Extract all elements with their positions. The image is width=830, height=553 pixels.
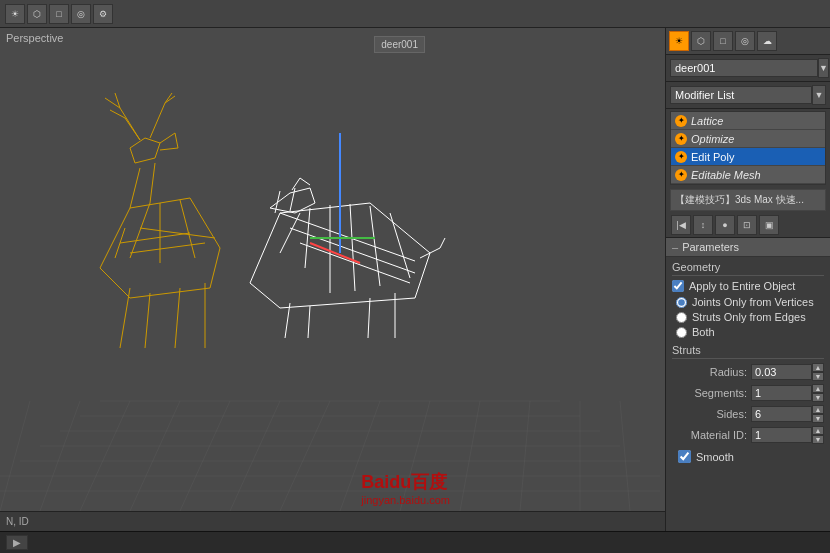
modifier-editable-mesh[interactable]: ✦ Editable Mesh xyxy=(671,166,825,184)
svg-line-7 xyxy=(0,401,30,511)
radio-struts-only-row: Struts Only from Edges xyxy=(676,311,824,323)
modifier-edit-poly[interactable]: ✦ Edit Poly xyxy=(671,148,825,166)
svg-line-13 xyxy=(280,401,330,511)
panel-icon-bar: ☀ ⬡ □ ◎ ☁ xyxy=(666,28,830,55)
struts-materialid-spinner: ▲ ▼ xyxy=(812,426,824,444)
toolbar-icon-3[interactable]: □ xyxy=(49,4,69,24)
struts-sides-down[interactable]: ▼ xyxy=(812,414,824,423)
struts-radius-label: Radius: xyxy=(672,366,747,378)
panel-toolbar-btn-4[interactable]: ⊡ xyxy=(737,215,757,235)
struts-segments-label: Segments: xyxy=(672,387,747,399)
status-bar-play-btn[interactable]: ▶ xyxy=(6,535,28,550)
svg-line-45 xyxy=(160,148,178,150)
svg-line-66 xyxy=(300,178,310,185)
svg-line-60 xyxy=(305,208,310,268)
panel-icon-sun[interactable]: ☀ xyxy=(669,31,689,51)
smooth-checkbox[interactable] xyxy=(678,450,691,463)
modifier-dot-editable-mesh: ✦ xyxy=(675,169,687,181)
struts-sides-row: Sides: ▲ ▼ xyxy=(672,405,824,423)
panel-toolbar-btn-3[interactable]: ● xyxy=(715,215,735,235)
struts-radius-spinner: ▲ ▼ xyxy=(812,363,824,381)
struts-sides-input[interactable] xyxy=(751,406,812,422)
struts-radius-down[interactable]: ▼ xyxy=(812,372,824,381)
panel-icon-hex[interactable]: ⬡ xyxy=(691,31,711,51)
section-body-parameters: Geometry Apply to Entire Object Joints O… xyxy=(666,257,830,470)
modifier-list-arrow[interactable]: ▼ xyxy=(812,85,826,105)
viewport-status-bar: N, ID xyxy=(0,511,665,531)
panel-icon-cloud[interactable]: ☁ xyxy=(757,31,777,51)
panel-toolbar-btn-1[interactable]: |◀ xyxy=(671,215,691,235)
smooth-label: Smooth xyxy=(696,451,734,463)
svg-line-11 xyxy=(180,401,230,511)
svg-line-59 xyxy=(280,213,300,253)
svg-line-8 xyxy=(40,401,80,511)
struts-materialid-row: Material ID: ▲ ▼ xyxy=(672,426,824,444)
radio-joints-only-label: Joints Only from Vertices xyxy=(692,296,814,308)
object-name-arrow[interactable]: ▼ xyxy=(818,58,829,78)
panel-toolbar-btn-5[interactable]: ▣ xyxy=(759,215,779,235)
apply-to-entire-object-row: Apply to Entire Object xyxy=(672,280,824,292)
viewport-status-text: N, ID xyxy=(6,516,29,527)
struts-segments-input[interactable] xyxy=(751,385,812,401)
toolbar-icon-4[interactable]: ◎ xyxy=(71,4,91,24)
modifier-list-row: Modifier List ▼ xyxy=(666,82,830,109)
geometry-title: Geometry xyxy=(672,261,824,276)
toolbar-icon-1[interactable]: ☀ xyxy=(5,4,25,24)
panel-banner-text: 【建模技巧】3ds Max 快速... xyxy=(675,194,804,205)
svg-line-23 xyxy=(175,288,180,348)
svg-line-40 xyxy=(130,203,150,258)
struts-materialid-input[interactable] xyxy=(751,427,812,443)
struts-radius-up[interactable]: ▲ xyxy=(812,363,824,372)
struts-materialid-label: Material ID: xyxy=(672,429,747,441)
svg-line-33 xyxy=(150,103,165,138)
panel-toolbar: |◀ ↕ ● ⊡ ▣ xyxy=(666,213,830,238)
struts-section: Struts Radius: ▲ ▼ Segments: xyxy=(672,344,824,444)
svg-line-35 xyxy=(165,93,172,103)
deer-wireframe-white xyxy=(230,113,450,343)
struts-sides-label: Sides: xyxy=(672,408,747,420)
panel-icon-circle[interactable]: ◎ xyxy=(735,31,755,51)
section-header-parameters[interactable]: – Parameters xyxy=(666,238,830,257)
radio-joints-only[interactable] xyxy=(676,297,687,308)
svg-line-31 xyxy=(125,118,140,140)
status-bar: ▶ xyxy=(0,531,830,553)
panel-icon-rect[interactable]: □ xyxy=(713,31,733,51)
right-panel: ☀ ⬡ □ ◎ ☁ ▼ Modifier List ▼ ✦ Lattice ✦ … xyxy=(665,28,830,531)
svg-line-51 xyxy=(440,238,445,248)
radio-both-row: Both xyxy=(676,326,824,338)
apply-to-entire-object-checkbox[interactable] xyxy=(672,280,684,292)
smooth-row: Smooth xyxy=(672,447,824,466)
svg-line-21 xyxy=(120,288,130,348)
modifier-lattice[interactable]: ✦ Lattice xyxy=(671,112,825,130)
struts-segments-up[interactable]: ▲ xyxy=(812,384,824,393)
modifier-dot-lattice: ✦ xyxy=(675,115,687,127)
modifier-optimize[interactable]: ✦ Optimize xyxy=(671,130,825,148)
section-collapse-icon: – xyxy=(672,241,678,253)
svg-line-50 xyxy=(420,248,440,258)
viewport[interactable]: Perspective deer001 xyxy=(0,28,665,531)
toolbar-icon-2[interactable]: ⬡ xyxy=(27,4,47,24)
struts-segments-down[interactable]: ▼ xyxy=(812,393,824,402)
modifier-stack: ✦ Lattice ✦ Optimize ✦ Edit Poly ✦ Edita… xyxy=(670,111,826,185)
svg-line-19 xyxy=(620,401,630,511)
struts-title: Struts xyxy=(672,344,824,359)
struts-materialid-up[interactable]: ▲ xyxy=(812,426,824,435)
panel-toolbar-btn-2[interactable]: ↕ xyxy=(693,215,713,235)
toolbar-icon-5[interactable]: ⚙ xyxy=(93,4,113,24)
modifier-label-edit-poly: Edit Poly xyxy=(691,151,734,163)
struts-sides-up[interactable]: ▲ xyxy=(812,405,824,414)
struts-materialid-down[interactable]: ▼ xyxy=(812,435,824,444)
radio-joints-only-row: Joints Only from Vertices xyxy=(676,296,824,308)
object-name-input[interactable] xyxy=(670,59,818,77)
modifier-list-label[interactable]: Modifier List xyxy=(670,86,812,104)
svg-line-52 xyxy=(285,303,290,338)
struts-radius-input[interactable] xyxy=(751,364,812,380)
watermark: Baidu百度 jingyan.baidu.com xyxy=(361,470,450,506)
apply-to-entire-object-label: Apply to Entire Object xyxy=(689,280,795,292)
radio-struts-only[interactable] xyxy=(676,312,687,323)
radio-both[interactable] xyxy=(676,327,687,338)
svg-line-34 xyxy=(165,96,175,103)
svg-line-17 xyxy=(520,401,530,511)
viewport-label: Perspective xyxy=(6,32,63,44)
svg-marker-27 xyxy=(130,138,160,163)
